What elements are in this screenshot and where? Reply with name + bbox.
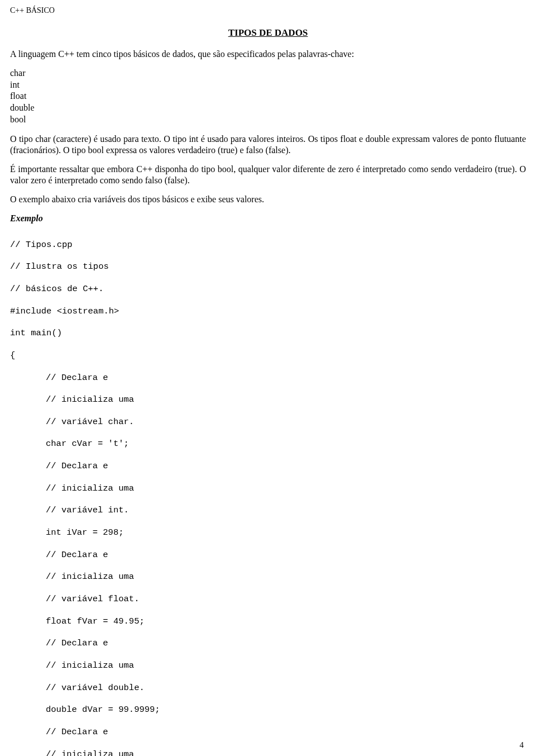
type-list: char int float double bool	[10, 68, 526, 126]
code-line: #include <iostream.h>	[10, 306, 526, 317]
code-line: double dVar = 99.9999;	[46, 705, 526, 716]
code-line: // variável float.	[46, 594, 526, 605]
code-line: // inicializa uma	[46, 749, 526, 756]
code-block: // Tipos.cpp // Ilustra os tipos // bási…	[10, 229, 526, 756]
code-line: // Tipos.cpp	[10, 240, 526, 251]
type-item: int	[10, 79, 526, 91]
type-item: double	[10, 102, 526, 114]
page-number: 4	[520, 740, 524, 750]
example-heading: Exemplo	[10, 213, 526, 224]
code-line: // variável int.	[46, 505, 526, 516]
doc-title: TIPOS DE DADOS	[10, 27, 526, 39]
code-line: // Ilustra os tipos	[10, 261, 526, 273]
code-line: // Declara e	[46, 727, 526, 738]
code-line: {	[10, 350, 526, 362]
code-line: // variável double.	[46, 683, 526, 694]
type-item: char	[10, 68, 526, 79]
code-line: int iVar = 298;	[46, 527, 526, 539]
code-line: // básicos de C++.	[10, 284, 526, 295]
code-line: // Declara e	[46, 461, 526, 472]
code-line: // inicializa uma	[46, 483, 526, 495]
code-line: char cVar = 't';	[46, 439, 526, 450]
code-line: // inicializa uma	[46, 572, 526, 583]
type-item: float	[10, 91, 526, 102]
paragraph-intro: A linguagem C++ tem cinco tipos básicos …	[10, 49, 526, 60]
code-line: // variável char.	[46, 417, 526, 428]
page-header: C++ BÁSICO	[10, 6, 526, 16]
code-line: // Declara e	[46, 638, 526, 649]
code-line: int main()	[10, 328, 526, 339]
code-line: // Declara e	[46, 373, 526, 384]
code-line: // inicializa uma	[46, 394, 526, 406]
paragraph-explain: O tipo char (caractere) é usado para tex…	[10, 134, 526, 156]
paragraph-bool-note: É importante ressaltar que embora C++ di…	[10, 164, 526, 186]
code-line: // inicializa uma	[46, 660, 526, 672]
type-item: bool	[10, 114, 526, 126]
code-line: float fVar = 49.95;	[46, 616, 526, 627]
code-line: // Declara e	[46, 550, 526, 561]
paragraph-example-intro: O exemplo abaixo cria variáveis dos tipo…	[10, 194, 526, 205]
